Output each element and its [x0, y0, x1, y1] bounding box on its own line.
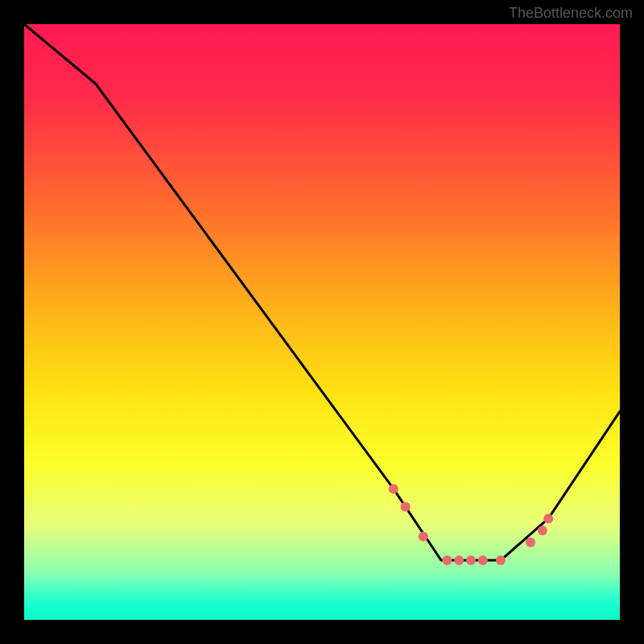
marker-point: [419, 531, 428, 541]
marker-point: [389, 484, 398, 493]
marker-point: [442, 555, 452, 565]
marker-point: [543, 514, 553, 523]
marker-point: [538, 526, 547, 535]
marker-point: [466, 555, 476, 565]
bottleneck-curve: [24, 24, 620, 560]
chart-curve-layer: [24, 24, 620, 620]
marker-point: [496, 555, 506, 565]
marker-point: [454, 555, 464, 565]
marker-point: [478, 555, 488, 565]
marker-point: [526, 538, 535, 547]
highlight-markers: [389, 484, 553, 565]
marker-point: [401, 502, 411, 511]
watermark-text: TheBottleneck.com: [509, 5, 633, 22]
chart-plot-area: [24, 24, 620, 620]
